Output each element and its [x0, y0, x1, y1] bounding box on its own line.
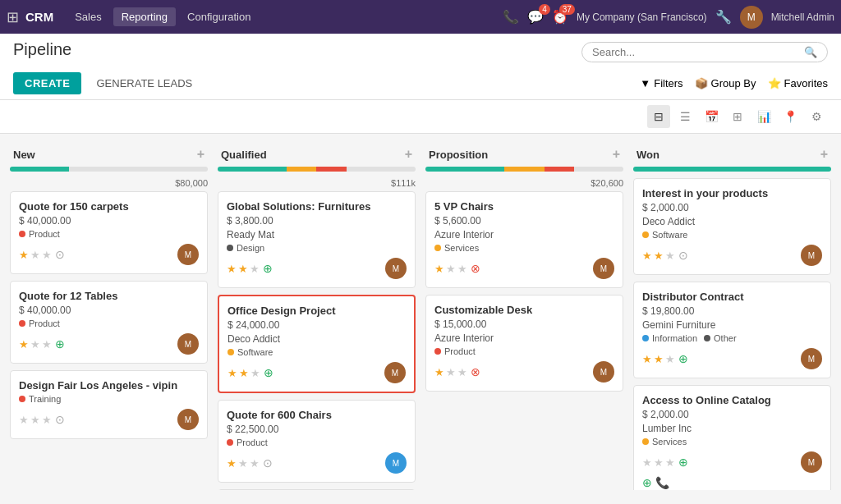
- card-title: Distributor Contract: [642, 291, 822, 303]
- col-add-qualified[interactable]: +: [405, 147, 412, 162]
- card-stars[interactable]: ★★★: [19, 249, 52, 261]
- card-stars[interactable]: ★★★: [19, 414, 52, 426]
- graph-view-icon[interactable]: 📊: [752, 105, 775, 128]
- generate-leads-button[interactable]: GENERATE LEADS: [88, 72, 200, 94]
- star-empty[interactable]: ★: [665, 353, 675, 365]
- avatar[interactable]: M: [740, 6, 763, 29]
- col-title-new: New: [13, 149, 35, 161]
- kanban-card[interactable]: 5 VP Chairs$ 5,600.00Azure InteriorServi…: [425, 191, 623, 288]
- star-empty[interactable]: ★: [30, 414, 40, 426]
- star-filled[interactable]: ★: [654, 353, 664, 365]
- card-stars[interactable]: ★★★: [642, 456, 675, 469]
- card-stars[interactable]: ★★★: [227, 263, 260, 275]
- menu-reporting[interactable]: Reporting: [113, 7, 176, 26]
- col-add-proposition[interactable]: +: [613, 147, 620, 162]
- star-filled[interactable]: ★: [19, 249, 29, 261]
- star-filled[interactable]: ★: [19, 338, 29, 351]
- star-filled[interactable]: ★: [434, 366, 444, 378]
- card-tag: Software: [227, 347, 406, 357]
- star-filled[interactable]: ★: [642, 250, 652, 262]
- star-filled[interactable]: ★: [227, 457, 237, 470]
- card-stars[interactable]: ★★★: [227, 457, 260, 470]
- kanban-card[interactable]: Distributor Contract$ 19,800.00Gemini Fu…: [633, 282, 831, 378]
- groupby-button[interactable]: 📦 Group By: [695, 77, 756, 89]
- kanban-card[interactable]: Quote for 150 carpets$ 40,000.00Product★…: [10, 191, 208, 274]
- star-filled[interactable]: ★: [227, 263, 237, 275]
- star-empty[interactable]: ★: [42, 249, 52, 261]
- star-filled[interactable]: ★: [239, 367, 249, 379]
- kanban-card[interactable]: Quote for 600 Chairs$ 22,500.00Product★★…: [218, 400, 416, 483]
- card-title: Access to Online Catalog: [642, 394, 822, 406]
- star-empty[interactable]: ★: [250, 263, 260, 275]
- menu-configuration[interactable]: Configuration: [179, 7, 259, 26]
- col-add-won[interactable]: +: [820, 147, 828, 162]
- brand-label[interactable]: CRM: [25, 10, 53, 24]
- star-filled[interactable]: ★: [238, 263, 248, 275]
- card-tag: Software: [642, 230, 822, 240]
- star-empty[interactable]: ★: [446, 263, 456, 275]
- star-filled[interactable]: ★: [227, 367, 237, 379]
- map-view-icon[interactable]: 📍: [779, 105, 802, 128]
- filters-button[interactable]: ▼ Filters: [640, 77, 682, 89]
- pivot-view-icon[interactable]: ⊞: [726, 105, 749, 128]
- company-selector[interactable]: My Company (San Francisco): [577, 11, 707, 23]
- kanban-card[interactable]: Global Solutions: Furnitures$ 3,800.00Re…: [218, 191, 416, 288]
- star-empty[interactable]: ★: [457, 366, 467, 378]
- favorites-button[interactable]: ⭐ Favorites: [768, 77, 828, 89]
- card-stars[interactable]: ★★★: [434, 263, 467, 275]
- star-empty[interactable]: ★: [665, 456, 675, 469]
- star-empty[interactable]: ★: [457, 263, 467, 275]
- card-sub: Azure Interior: [434, 229, 614, 241]
- kanban-card[interactable]: DeltaPC: 10 Computer Desks$ 35,000★★★⊙M: [218, 489, 416, 490]
- star-empty[interactable]: ★: [19, 414, 29, 426]
- star-filled[interactable]: ★: [654, 250, 664, 262]
- col-add-new[interactable]: +: [197, 147, 205, 162]
- star-empty[interactable]: ★: [250, 457, 260, 470]
- card-footer: ★★★⊙M: [19, 244, 199, 265]
- card-stars[interactable]: ★★★: [642, 353, 675, 365]
- star-empty[interactable]: ★: [30, 249, 40, 261]
- star-empty[interactable]: ★: [446, 366, 456, 378]
- list-view-icon[interactable]: ☰: [673, 105, 696, 128]
- kanban-view-icon[interactable]: ⊟: [647, 105, 670, 128]
- card-stars[interactable]: ★★★: [227, 367, 260, 379]
- kanban-card[interactable]: Design Fair Los Angeles - vipinTraining★…: [10, 370, 208, 439]
- card-stars[interactable]: ★★★: [19, 338, 52, 351]
- card-tag: Services: [434, 243, 614, 253]
- phone-icon[interactable]: 📞: [503, 9, 519, 25]
- star-empty[interactable]: ★: [642, 456, 652, 469]
- star-empty[interactable]: ★: [250, 367, 260, 379]
- phone-action-icon[interactable]: ⊕: [642, 476, 652, 489]
- call-icon[interactable]: 📞: [655, 476, 669, 489]
- username-label[interactable]: Mitchell Admin: [771, 11, 834, 23]
- kanban-card[interactable]: Office Design Project$ 24,000.00Deco Add…: [218, 295, 416, 393]
- col-amount-new: $80,000: [10, 178, 208, 191]
- kanban-card[interactable]: Interest in your products$ 2,000.00Deco …: [633, 178, 831, 275]
- star-empty[interactable]: ★: [238, 457, 248, 470]
- search-icon[interactable]: 🔍: [804, 46, 817, 58]
- star-filled[interactable]: ★: [642, 353, 652, 365]
- star-empty[interactable]: ★: [654, 456, 664, 469]
- kanban-card[interactable]: Access to Online Catalog$ 2,000.00Lumber…: [633, 385, 831, 490]
- calendar-view-icon[interactable]: 📅: [700, 105, 723, 128]
- apps-grid-icon[interactable]: ⊞: [7, 8, 19, 26]
- star-empty[interactable]: ★: [30, 338, 40, 351]
- star-filled[interactable]: ★: [434, 263, 444, 275]
- card-tag-text: Design: [237, 243, 264, 253]
- search-input[interactable]: [592, 46, 804, 58]
- chat-icon[interactable]: 💬 4: [527, 9, 544, 25]
- view-toolbar: ⊟ ☰ 📅 ⊞ 📊 📍 ⚙: [0, 100, 841, 134]
- card-footer: ★★★⊙M: [227, 452, 407, 474]
- wrench-icon[interactable]: 🔧: [715, 9, 732, 25]
- clock-icon[interactable]: ⏰ 37: [552, 9, 568, 25]
- settings-view-icon[interactable]: ⚙: [805, 105, 828, 128]
- star-empty[interactable]: ★: [42, 338, 52, 351]
- card-stars[interactable]: ★★★: [642, 250, 675, 262]
- star-empty[interactable]: ★: [665, 250, 675, 262]
- star-empty[interactable]: ★: [42, 414, 52, 426]
- card-stars[interactable]: ★★★: [434, 366, 467, 378]
- kanban-card[interactable]: Quote for 12 Tables$ 40,000.00Product★★★…: [10, 281, 208, 364]
- menu-sales[interactable]: Sales: [67, 7, 110, 26]
- kanban-card[interactable]: Customizable Desk$ 15,000.00Azure Interi…: [425, 295, 623, 392]
- create-button[interactable]: CREATE: [13, 72, 81, 94]
